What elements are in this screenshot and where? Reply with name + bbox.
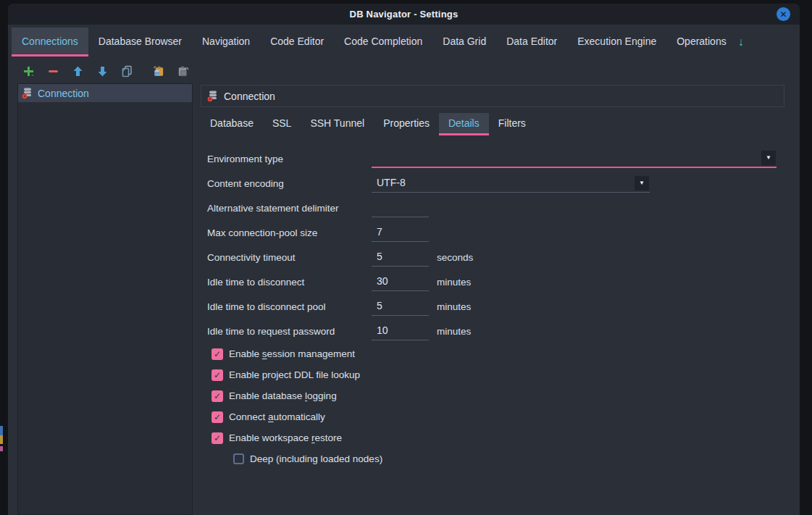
move-down-button[interactable] [96,64,109,78]
paste-connection-from-clipboard-button[interactable] [151,64,165,78]
background-code-artifact [0,426,3,435]
tab-data-grid[interactable]: Data Grid [432,28,496,56]
idle-time-disconnect-label: Idle time to disconnect [207,277,372,288]
max-connection-pool-size-value: 7 [372,224,429,240]
connectivity-timeout-input[interactable]: 5 [372,248,429,267]
subtab-properties[interactable]: Properties [374,113,439,135]
enable-workspace-restore-checkbox[interactable]: ✓ [212,432,223,444]
idle-time-disconnect-pool-label: Idle time to disconnect pool [207,301,372,312]
subtab-filters[interactable]: Filters [489,113,535,135]
check-icon: ✓ [214,391,221,401]
check-icon: ✓ [214,412,221,422]
database-icon [21,87,33,99]
settings-tab-bar: Connections Database Browser Navigation … [12,28,798,56]
tab-data-editor[interactable]: Data Editor [496,28,567,56]
copy-icon [120,64,134,78]
subtab-ssl[interactable]: SSL [263,113,301,135]
connection-settings-panel: Connection Database SSL SSH Tunnel Prope… [193,83,800,515]
form-row: Alternative statement delimiter [207,196,812,220]
idle-time-disconnect-input[interactable]: 30 [372,273,429,291]
form-row: Connectivity timeout 5 seconds [207,245,812,269]
subtab-ssh-tunnel[interactable]: SSH Tunnel [301,113,374,135]
tab-code-completion[interactable]: Code Completion [334,28,432,56]
enable-database-logging-checkbox[interactable]: ✓ [212,390,223,402]
content-encoding-label: Content encoding [207,178,372,189]
add-connection-button[interactable] [22,64,35,78]
form-row: Content encoding UTF-8 ▼ [207,171,812,196]
connection-subtab-bar: Database SSL SSH Tunnel Properties Detai… [201,113,535,135]
close-icon: ✕ [779,9,787,20]
database-icon [206,90,219,102]
max-connection-pool-size-input[interactable]: 7 [372,224,429,242]
close-button[interactable]: ✕ [777,7,790,21]
arrow-down-icon [96,64,109,78]
dropdown-arrow-icon[interactable]: ▼ [761,151,776,165]
checkbox-row: ✓ Enable database logging [207,385,812,406]
deep-restore-label: Deep (including loaded nodes) [250,453,382,464]
subtab-details[interactable]: Details [439,113,489,135]
duplicate-connection-button[interactable] [120,64,134,78]
idle-time-request-password-value: 10 [372,322,429,339]
idle-time-disconnect-value: 30 [372,273,429,290]
alternative-statement-delimiter-input[interactable] [372,199,429,217]
enable-project-ddl-file-lookup-label: Enable project DDL file lookup [229,369,360,380]
content-encoding-value: UTF-8 [372,175,650,191]
content-encoding-dropdown[interactable]: UTF-8 ▼ [372,175,650,193]
paste-button[interactable] [176,64,190,78]
tab-navigation[interactable]: Navigation [192,28,260,56]
connect-automatically-checkbox[interactable]: ✓ [212,411,223,423]
idle-time-request-password-label: Idle time to request password [207,326,372,337]
tab-code-editor[interactable]: Code Editor [260,28,334,56]
checkbox-row: Deep (including loaded nodes) [207,448,812,469]
enable-session-management-label: Enable session management [229,348,355,359]
connectivity-timeout-unit: seconds [437,252,473,263]
background-code-artifact [0,446,3,451]
enable-database-logging-label: Enable database logging [229,390,337,401]
details-form: Environment type ▼ Content encoding UTF-… [207,146,812,469]
settings-dialog: DB Navigator - Settings ✕ Connections Da… [8,4,800,515]
deep-restore-checkbox[interactable] [233,453,244,464]
checkbox-row: ✓ Enable project DDL file lookup [207,364,812,385]
subtab-database[interactable]: Database [201,113,263,135]
arrow-up-icon [71,64,85,78]
form-row: Idle time to disconnect 30 minutes [207,269,812,294]
tab-database-browser[interactable]: Database Browser [88,28,192,56]
alternative-statement-delimiter-label: Alternative statement delimiter [207,203,372,214]
paste-icon [176,64,190,78]
remove-connection-button[interactable] [46,64,60,78]
connectivity-timeout-label: Connectivity timeout [207,252,372,263]
idle-time-request-password-unit: minutes [437,326,471,337]
background-code-artifact [0,435,3,444]
environment-type-label: Environment type [207,154,372,164]
tab-connections[interactable]: Connections [12,28,88,56]
check-icon: ✓ [214,349,221,359]
environment-type-dropdown[interactable]: ▼ [372,150,777,168]
idle-time-disconnect-unit: minutes [437,277,471,288]
enable-workspace-restore-label: Enable workspace restore [229,432,342,443]
tab-execution-engine[interactable]: Execution Engine [567,28,666,56]
connection-list-toolbar [22,61,190,81]
connection-header-label: Connection [224,91,275,102]
enable-session-management-checkbox[interactable]: ✓ [212,348,223,360]
connectivity-timeout-value: 5 [372,248,429,265]
connection-list-item[interactable]: Connection [18,84,192,102]
checkbox-row: ✓ Enable session management [207,343,812,364]
tab-overflow-arrow-icon[interactable]: ↓ [738,28,744,56]
move-up-button[interactable] [71,64,85,78]
window-title: DB Navigator - Settings [350,9,459,20]
check-icon: ✓ [214,370,221,380]
connection-item-label: Connection [38,88,89,99]
enable-project-ddl-file-lookup-checkbox[interactable]: ✓ [212,369,223,381]
tab-operations[interactable]: Operations [666,28,736,56]
idle-time-disconnect-pool-input[interactable]: 5 [372,298,429,316]
max-connection-pool-size-label: Max connection-pool size [207,227,372,238]
dropdown-arrow-icon[interactable]: ▼ [635,176,649,190]
connection-list-panel: Connection [17,83,193,515]
idle-time-request-password-input[interactable]: 10 [372,322,429,340]
connection-header: Connection [201,85,784,107]
form-row: Idle time to request password 10 minutes [207,319,812,343]
plus-icon [22,64,35,78]
form-row: Environment type ▼ [207,146,812,171]
form-row: Idle time to disconnect pool 5 minutes [207,294,812,319]
form-row: Max connection-pool size 7 [207,220,812,245]
